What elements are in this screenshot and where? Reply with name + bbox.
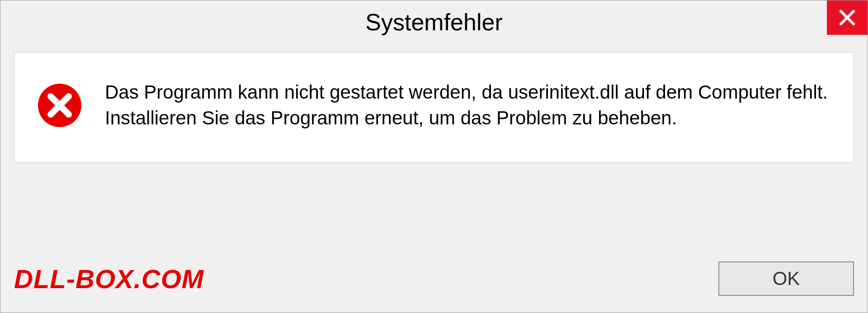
close-icon: [838, 9, 856, 27]
ok-button[interactable]: OK: [718, 261, 854, 296]
watermark-text: DLL-BOX.COM: [14, 264, 204, 294]
title-bar: Systemfehler: [0, 0, 868, 44]
dialog-footer: DLL-BOX.COM OK: [14, 258, 854, 299]
error-icon: [37, 83, 82, 128]
content-panel: Das Programm kann nicht gestartet werden…: [14, 52, 854, 163]
error-message: Das Programm kann nicht gestartet werden…: [105, 80, 831, 131]
close-button[interactable]: [827, 0, 868, 35]
dialog-title: Systemfehler: [365, 9, 502, 36]
error-dialog: Systemfehler Das Programm kann nicht ges…: [0, 0, 868, 313]
